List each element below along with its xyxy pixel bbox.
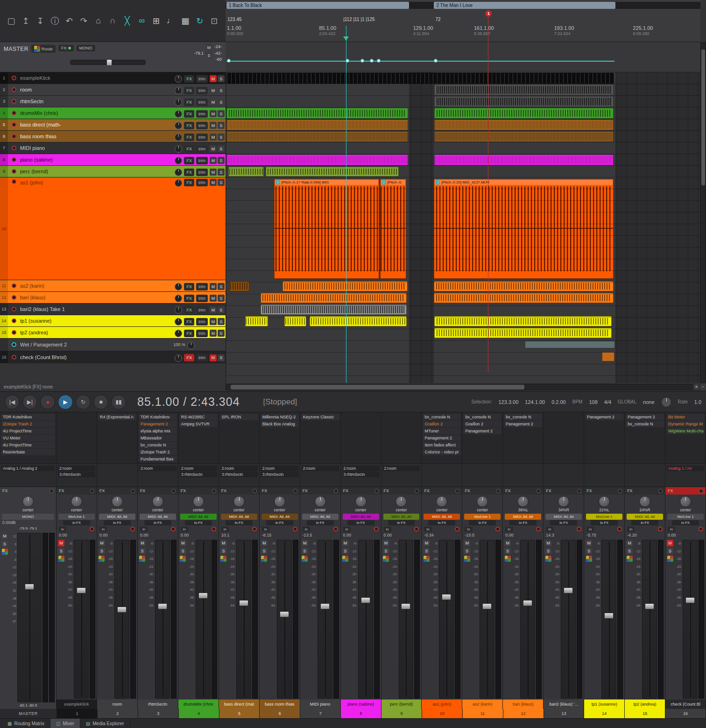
strip-input-badge[interactable]: MIDI: All, All: [424, 514, 460, 520]
strip-input-badge[interactable]: MIDI: All, All: [383, 514, 420, 520]
strip-pan-knob[interactable]: [558, 496, 569, 507]
mixer-strip[interactable]: FX 34%R MIDI: All, All In FX in 14.3 M: [544, 487, 584, 709]
solo-button[interactable]: S: [218, 122, 225, 129]
trim-envelope-button[interactable]: trim: [196, 354, 208, 361]
master-volume-fader[interactable]: [17, 533, 42, 702]
fx-insert-slot[interactable]: Colorize - video pr: [423, 449, 461, 455]
docker-tab[interactable]: ▤ Media Explorer: [80, 719, 130, 728]
strip-input-badge[interactable]: MIDI: All, All: [180, 514, 217, 520]
strip-input-badge[interactable]: MIDI: All, All: [99, 514, 135, 520]
strip-input-fx-badge[interactable]: In FX: [631, 520, 658, 525]
fx-bypass-icon[interactable]: [415, 489, 419, 493]
fx-bypass-icon[interactable]: [90, 489, 94, 493]
strip-mute-button[interactable]: M: [667, 540, 673, 546]
master-solo-button[interactable]: S: [1, 541, 8, 547]
master-route-icon[interactable]: [2, 549, 8, 555]
fx-button[interactable]: FX: [184, 122, 194, 129]
strip-route-icon[interactable]: [302, 556, 308, 562]
pan-knob[interactable]: [175, 75, 182, 83]
pan-knob[interactable]: [175, 134, 182, 141]
item-info-icon[interactable]: i: [276, 180, 280, 184]
strip-volume-fader[interactable]: [155, 540, 170, 699]
pan-slider-handle[interactable]: [106, 59, 112, 66]
arrange-view[interactable]: i [Pitch:-0.17 Rate:0.999] IMG i [Pitch:…: [226, 72, 700, 383]
strip-route-icon[interactable]: [220, 556, 226, 562]
record-arm-button[interactable]: [10, 97, 18, 106]
mute-button[interactable]: M: [210, 87, 217, 94]
fx-button[interactable]: FX: [184, 354, 194, 361]
fx-button[interactable]: FX: [184, 306, 194, 314]
strip-fx-button[interactable]: FX: [97, 487, 137, 495]
strip-volume-fader[interactable]: [683, 540, 698, 699]
track-number-cell[interactable]: 7: [300, 709, 341, 718]
strip-volume-readout[interactable]: 0.00: [381, 533, 422, 539]
bpm-value[interactable]: 108: [589, 399, 597, 405]
strip-solo-button[interactable]: S: [180, 548, 186, 554]
fx-button[interactable]: [197, 342, 201, 349]
envelope-point[interactable]: [370, 59, 374, 63]
master-solo-button[interactable]: S: [205, 52, 212, 59]
fx-insert-slot[interactable]: Panagement 2: [423, 435, 461, 441]
pause-button[interactable]: ▮▮: [111, 395, 126, 410]
media-item[interactable]: [434, 131, 613, 142]
strip-record-arm[interactable]: [699, 527, 703, 531]
strip-input-badge[interactable]: MIDI: All, All: [221, 514, 257, 520]
strip-monitor-button[interactable]: in: [343, 527, 351, 532]
mute-button[interactable]: M: [210, 179, 217, 186]
mixer-strip[interactable]: FX center MIDI: All, All In FX in -8.15: [260, 487, 300, 709]
strip-fx-button[interactable]: FX: [178, 487, 219, 495]
strip-record-arm[interactable]: [212, 527, 216, 531]
go-to-start-button[interactable]: |◀: [5, 395, 20, 410]
strip-track-name[interactable]: piano (sabine): [341, 700, 381, 709]
fx-insert-slot[interactable]: WigWare Multi-cha: [666, 428, 705, 434]
track-row[interactable]: 16 check (Count Bhrist) FX trim M S: [0, 351, 226, 363]
fx-insert-slot[interactable]: Bit Meter: [666, 414, 705, 420]
solo-button[interactable]: S: [218, 99, 225, 106]
pan-knob[interactable]: [175, 318, 182, 325]
solo-button[interactable]: [218, 342, 225, 349]
go-to-end-button[interactable]: ▶|: [22, 395, 37, 410]
fx-insert-slot[interactable]: bx_console N: [139, 442, 177, 448]
strip-track-name[interactable]: room: [97, 700, 137, 709]
strip-monitor-button[interactable]: in: [627, 527, 635, 532]
fx-insert-slot[interactable]: VU Meter: [1, 435, 55, 441]
strip-fx-button[interactable]: FX: [665, 487, 706, 495]
mute-button[interactable]: M: [210, 169, 217, 176]
mixer-strip[interactable]: FX center Mo/Line 1 In FX in -10.5 M: [462, 487, 503, 709]
strip-track-name[interactable]: drumsMix (chris: [178, 700, 219, 709]
fx-bypass-icon[interactable]: [577, 489, 581, 493]
send-slot[interactable]: 2:room: [58, 466, 95, 471]
edit-cursor[interactable]: [346, 26, 346, 383]
strip-volume-fader[interactable]: [74, 540, 89, 699]
media-item[interactable]: [245, 316, 268, 326]
strip-pan-knob[interactable]: [477, 496, 488, 507]
envelope-point[interactable]: [227, 59, 231, 63]
pan-knob[interactable]: [175, 145, 182, 153]
strip-monitor-button[interactable]: in: [465, 527, 472, 532]
fx-button[interactable]: FX: [184, 318, 194, 325]
strip-track-name[interactable]: bass direct (mat: [219, 700, 259, 709]
strip-fader-handle[interactable]: [361, 597, 370, 603]
region-marker[interactable]: 1 Back To Black: [226, 2, 409, 9]
track-number-cell[interactable]: MASTER: [0, 709, 57, 718]
strip-record-arm[interactable]: [374, 527, 379, 531]
strip-monitor-button[interactable]: in: [505, 527, 513, 532]
send-slot[interactable]: 3:rhtmSectn: [261, 472, 298, 477]
track-name[interactable]: tp2 (andrea): [20, 327, 171, 338]
strip-fx-button[interactable]: FX: [219, 487, 259, 495]
pan-knob[interactable]: [187, 342, 195, 349]
undo-icon[interactable]: ↶: [64, 15, 75, 27]
media-item[interactable]: [434, 316, 611, 326]
fx-insert-slot[interactable]: Panagement 2: [504, 421, 542, 427]
media-item[interactable]: [226, 120, 408, 130]
timeline-ruler[interactable]: 1 Back To Black 2 The Man I Love 123.45 …: [226, 0, 700, 42]
strip-mute-button[interactable]: M: [180, 540, 186, 546]
strip-solo-button[interactable]: S: [667, 548, 673, 554]
strip-solo-button[interactable]: S: [626, 548, 633, 554]
send-slot[interactable]: 2:room: [139, 466, 176, 471]
strip-input-badge[interactable]: MIDI: All, All: [627, 514, 663, 520]
strip-mute-button[interactable]: M: [464, 540, 470, 546]
save-project-icon[interactable]: ↧: [35, 15, 46, 27]
zoom-out-button[interactable]: −: [700, 384, 706, 390]
track-name[interactable]: drumsMix (chris): [20, 108, 171, 118]
